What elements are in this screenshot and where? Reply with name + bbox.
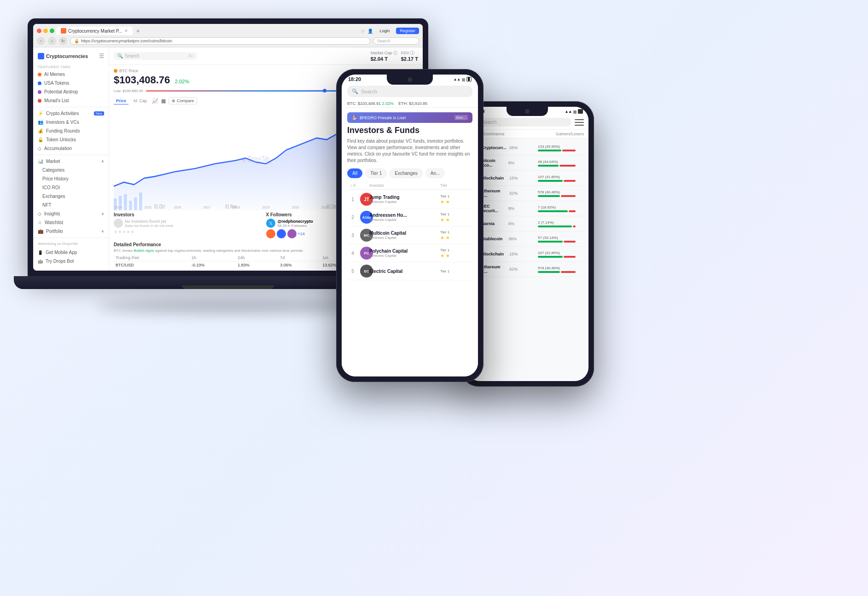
profile-icon[interactable]: 👤 bbox=[367, 29, 373, 34]
portfolio-icon: 💼 bbox=[38, 229, 43, 234]
btc-low: Low: $100,680.00 bbox=[114, 89, 143, 93]
sidebar-item-potential-airdrop[interactable]: Potential Airdrop bbox=[33, 87, 109, 96]
sidebar-menu-icon[interactable]: ☰ bbox=[99, 53, 104, 59]
investor-name-4: Polychain Capital bbox=[369, 249, 438, 254]
cell-1h: -0.10% bbox=[190, 261, 236, 269]
close-window-icon[interactable] bbox=[37, 29, 41, 33]
sidebar-item-token-unlocks[interactable]: 🔓 Token Unlocks bbox=[33, 135, 109, 144]
no-investors-text: No Investors found yet Data not found or… bbox=[125, 219, 173, 228]
sidebar-item-insights[interactable]: ◇ Insights ∨ bbox=[33, 209, 109, 218]
sidebar-item-price-history[interactable]: Price History bbox=[33, 174, 109, 183]
btc-label-text: BTC Price bbox=[119, 69, 138, 73]
perf-col-24h: 24h bbox=[236, 255, 278, 261]
investor-info-5: Electric Capital bbox=[369, 269, 438, 274]
investor-row-1[interactable]: 1 JT Jump Trading Ventures Capital Tier … bbox=[347, 191, 472, 208]
sidebar-item-ai-memes[interactable]: AI Memes bbox=[33, 70, 109, 79]
sidebar-item-nft[interactable]: NFT bbox=[33, 201, 109, 209]
promo-text: $PEDRO Presale is Live! bbox=[360, 116, 406, 120]
new-tab-icon[interactable]: + bbox=[136, 27, 140, 35]
login-button[interactable]: Login bbox=[376, 28, 393, 34]
sidebar-item-accumulation[interactable]: ◇ Accumulation bbox=[33, 144, 109, 153]
app-search-bar[interactable]: 🔍 Search ⌘/ bbox=[114, 52, 197, 60]
refresh-button[interactable]: ↻ bbox=[59, 37, 67, 45]
browser-search-field[interactable]: Search bbox=[373, 37, 419, 45]
promo-banner[interactable]: 🐕 $PEDRO Presale is Live! Don... bbox=[347, 112, 472, 123]
market-row-0[interactable]: Cryptocurr... .05% 133 (35.95%) bbox=[470, 140, 585, 156]
investor-row-4[interactable]: 4 PC Polychain Capital Ventures Capital … bbox=[347, 244, 472, 262]
bullish-text: Bullish signs bbox=[134, 249, 154, 253]
investor-row-2[interactable]: 2 A16z Andreessen Ho... Ventures Capital… bbox=[347, 208, 472, 226]
phone-left-header: 🔍 Search bbox=[342, 83, 478, 100]
market-row-3[interactable]: Ethereum E... .52% 578 (40.48%) bbox=[470, 186, 585, 201]
sidebar-item-crypto-activities[interactable]: ⚡ Crypto Activities New bbox=[33, 109, 109, 118]
insights-icon: ◇ bbox=[38, 211, 41, 216]
maximize-window-icon[interactable] bbox=[50, 29, 54, 33]
wifi-icon: ▲▲ bbox=[453, 77, 460, 81]
sidebar-drops-bot[interactable]: 🤖 Try Drops Bot bbox=[33, 257, 109, 266]
investor-name-3: Multicoin Capital bbox=[369, 231, 438, 236]
tab-price[interactable]: Price bbox=[114, 98, 128, 104]
svg-rect-3 bbox=[129, 201, 132, 210]
investor-num-2: 2 bbox=[347, 215, 358, 220]
forward-button[interactable]: › bbox=[48, 37, 56, 45]
investor-row-3[interactable]: 3 MC Multicoin Capital Ventures Capital … bbox=[347, 226, 472, 244]
hamburger-menu-icon[interactable] bbox=[575, 119, 584, 126]
sidebar-item-murads-list[interactable]: Murad's List bbox=[33, 96, 109, 105]
sidebar-label-price-history: Price History bbox=[42, 176, 69, 181]
filter-tab-all[interactable]: All bbox=[347, 168, 362, 178]
sidebar-item-investors[interactable]: 👥 Investors & VCs bbox=[33, 118, 109, 127]
search-placeholder: Search bbox=[125, 53, 140, 58]
bookmark-icon[interactable]: ☆ bbox=[361, 29, 365, 34]
sidebar-item-watchlist[interactable]: ☆ Watchlist bbox=[33, 218, 109, 227]
investor-tier-3: Tier 1 ★ ★ bbox=[440, 230, 472, 240]
sidebar-item-ico-roi[interactable]: ICO ROI bbox=[33, 183, 109, 192]
sidebar-mobile-app[interactable]: 📱 Get Mobile App bbox=[33, 248, 109, 257]
browser-search-placeholder: Search bbox=[377, 39, 390, 43]
sidebar-item-funding[interactable]: 💰 Funding Rounds bbox=[33, 127, 109, 135]
phone-left: 18:20 ● ▲▲ ||| ▊ 🔍 Search BTC: $103,406.… bbox=[336, 69, 484, 382]
tier-label-5: Tier 1 bbox=[440, 269, 472, 273]
sidebar-label-accumulation: Accumulation bbox=[44, 146, 72, 151]
sidebar-advertising[interactable]: Advertising on DropsTab bbox=[33, 240, 109, 248]
market-row-5[interactable]: Narnia 6% 2 (7.14%) bbox=[470, 216, 585, 231]
bar-row-0 bbox=[538, 150, 585, 151]
market-cap-stat: Market Cap ⓘ $2.04 T bbox=[371, 50, 397, 62]
cell-7d: 3.06% bbox=[278, 261, 320, 269]
tab-mcap[interactable]: M. Cap bbox=[131, 98, 149, 104]
right-search-bar[interactable]: 🔍 Search bbox=[471, 118, 571, 127]
market-row-2[interactable]: Blockchain .15% 107 (31.85%) bbox=[470, 171, 585, 186]
chart-icon-candle[interactable]: ▦ bbox=[161, 98, 166, 104]
market-rows: Cryptocurr... .05% 133 (35.95%) Bitcoin … bbox=[470, 140, 585, 277]
bar-red-8 bbox=[561, 271, 576, 273]
sidebar-item-market-header[interactable]: 📊 Market ∧ bbox=[33, 157, 109, 166]
browser-tab[interactable]: Cryptocurrency Market P... ✕ bbox=[56, 27, 133, 35]
sidebar-item-portfolio[interactable]: 💼 Portfolio ∨ bbox=[33, 227, 109, 236]
sidebar-label-investors: Investors & VCs bbox=[46, 120, 79, 125]
minimize-window-icon[interactable] bbox=[43, 29, 48, 33]
bar-red-7 bbox=[564, 256, 576, 258]
register-button[interactable]: Register bbox=[396, 28, 419, 34]
sidebar-item-usa-tokens[interactable]: USA Tokens bbox=[33, 79, 109, 87]
compare-button[interactable]: ⊕ Compare bbox=[169, 97, 197, 104]
back-button[interactable]: ‹ bbox=[37, 37, 45, 45]
market-row-6[interactable]: Stablecoin 36% 57 (33.14%) bbox=[470, 231, 585, 247]
chart-icon-line[interactable]: 📈 bbox=[152, 98, 158, 104]
market-row-7[interactable]: Blockchain .15% 107 (31.85%) bbox=[470, 247, 585, 262]
bar-row-3 bbox=[538, 195, 585, 197]
no-investors-row: No Investors found yet Data not found or… bbox=[114, 219, 266, 228]
market-row-4[interactable]: SEC securit... 8% 7 (18.92%) bbox=[470, 201, 585, 216]
sidebar-item-categories[interactable]: Categories bbox=[33, 166, 109, 174]
filter-tab-exchanges[interactable]: Exchanges bbox=[390, 168, 422, 178]
investor-row-5[interactable]: 5 EC Electric Capital Tier 1 bbox=[347, 262, 472, 280]
market-row-1[interactable]: Bitcoin Eco... 6% 48 (44.04%) bbox=[470, 156, 585, 171]
close-tab-icon[interactable]: ✕ bbox=[124, 29, 128, 33]
address-bar[interactable]: 🔒 https://cryptocurrencymarketpro.com/co… bbox=[70, 37, 370, 45]
filter-tab-tier1[interactable]: Tier 1 bbox=[365, 168, 387, 178]
phone-left-search-bar[interactable]: 🔍 Search bbox=[347, 86, 472, 97]
market-bar-area-2: 107 (31.85%) bbox=[538, 175, 585, 182]
market-name-7: Blockchain bbox=[482, 252, 504, 256]
sidebar-item-exchanges[interactable]: Exchanges bbox=[33, 192, 109, 201]
filter-tab-an[interactable]: An... bbox=[425, 168, 445, 178]
market-row-8[interactable]: Ethereum E... .52% 578 (40.48%) bbox=[470, 262, 585, 277]
perf-col-7d: 7d bbox=[278, 255, 320, 261]
